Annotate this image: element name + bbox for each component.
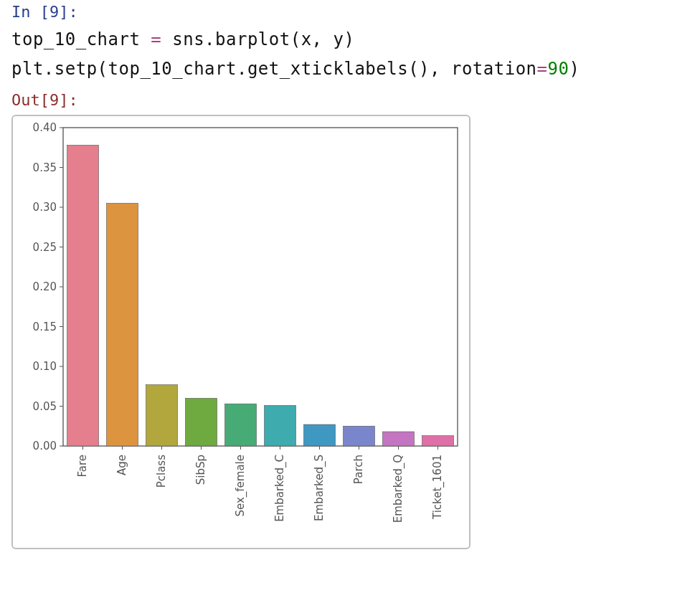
bar (146, 384, 178, 445)
xtick-label: Fare (76, 455, 89, 478)
xtick-label: Embarked_C (273, 455, 287, 522)
xtick-label: Parch (352, 455, 365, 484)
xtick-label: Sex_female (234, 455, 247, 517)
bar-chart: 0.000.050.100.150.200.250.300.350.40Fare… (17, 120, 465, 544)
ytick-label: 0.10 (33, 360, 57, 373)
notebook-page: In [9]: top_10_chart = sns.barplot(x, y)… (0, 0, 700, 564)
bar (344, 426, 375, 446)
ytick-label: 0.35 (33, 161, 57, 174)
ytick-label: 0.25 (33, 240, 57, 253)
xtick-label: Pclass (155, 454, 168, 487)
ytick-label: 0.00 (33, 440, 57, 452)
ytick-label: 0.20 (33, 280, 57, 293)
xtick-label: SibSp (194, 455, 207, 485)
code-line-2: plt.setp(top_10_chart.get_xticklabels(),… (11, 59, 580, 79)
bar (186, 398, 217, 446)
xtick-label: Embarked_S (313, 455, 326, 521)
bar (422, 435, 454, 445)
xtick-label: Embarked_Q (392, 455, 405, 523)
ytick-label: 0.40 (33, 121, 57, 134)
input-prompt: In [9]: (7, 3, 693, 22)
code-cell[interactable]: top_10_chart = sns.barplot(x, y) plt.set… (7, 22, 693, 85)
xtick-label: Age (115, 455, 128, 475)
bar (383, 432, 415, 446)
bar (304, 424, 336, 446)
bar (265, 405, 296, 446)
code-line-1: top_10_chart = sns.barplot(x, y) (11, 29, 354, 49)
bar (67, 145, 99, 446)
output-prompt: Out[9]: (7, 85, 693, 109)
ytick-label: 0.30 (33, 201, 57, 214)
bar (107, 203, 138, 446)
chart-output: 0.000.050.100.150.200.250.300.350.40Fare… (11, 115, 470, 549)
xtick-label: Ticket_1601 (431, 455, 445, 520)
ytick-label: 0.05 (33, 399, 57, 412)
ytick-label: 0.15 (33, 320, 57, 333)
bar (225, 404, 257, 446)
